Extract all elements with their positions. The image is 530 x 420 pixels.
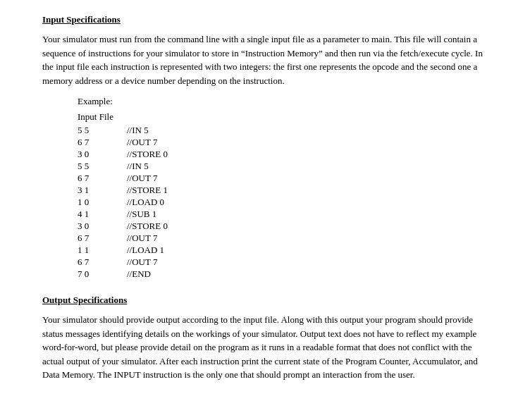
instruction-nums: 1 0 bbox=[78, 197, 127, 209]
instruction-comment: //END bbox=[127, 268, 168, 280]
instruction-comment: //SUB 1 bbox=[127, 209, 168, 221]
instruction-comment: //OUT 7 bbox=[127, 257, 168, 268]
table-row: 5 5//IN 5 bbox=[78, 125, 168, 137]
input-specifications-section: Input Specifications Your simulator must… bbox=[42, 14, 488, 280]
instruction-comment: //OUT 7 bbox=[127, 137, 168, 149]
instruction-nums: 5 5 bbox=[78, 161, 127, 173]
instruction-comment: //OUT 7 bbox=[127, 173, 168, 185]
table-row: 7 0//END bbox=[78, 268, 168, 280]
instruction-comment: //IN 5 bbox=[127, 161, 168, 173]
instruction-nums: 6 7 bbox=[78, 137, 127, 149]
instruction-comment: //OUT 7 bbox=[127, 233, 168, 245]
instruction-comment: //IN 5 bbox=[127, 125, 168, 137]
instruction-table: 5 5//IN 56 7//OUT 73 0//STORE 05 5//IN 5… bbox=[78, 125, 168, 280]
instruction-comment: //STORE 0 bbox=[127, 221, 168, 233]
output-specifications-section: Output Specifications Your simulator sho… bbox=[42, 295, 488, 382]
example-label: Example: bbox=[78, 96, 488, 107]
input-file-label: Input File bbox=[78, 111, 488, 123]
instruction-nums: 1 1 bbox=[78, 245, 127, 257]
instruction-comment: //LOAD 0 bbox=[127, 197, 168, 209]
instruction-nums: 6 7 bbox=[78, 173, 127, 185]
instruction-comment: //STORE 1 bbox=[127, 185, 168, 197]
table-row: 3 1//STORE 1 bbox=[78, 185, 168, 197]
output-specs-heading: Output Specifications bbox=[42, 295, 488, 306]
instruction-nums: 3 0 bbox=[78, 221, 127, 233]
table-row: 6 7//OUT 7 bbox=[78, 173, 168, 185]
instruction-nums: 4 1 bbox=[78, 209, 127, 221]
table-row: 1 0//LOAD 0 bbox=[78, 197, 168, 209]
input-specs-heading: Input Specifications bbox=[42, 14, 488, 25]
table-row: 1 1//LOAD 1 bbox=[78, 245, 168, 257]
instruction-nums: 7 0 bbox=[78, 268, 127, 280]
table-row: 6 7//OUT 7 bbox=[78, 137, 168, 149]
input-specs-paragraph: Your simulator must run from the command… bbox=[42, 32, 488, 87]
input-file-section: Input File 5 5//IN 56 7//OUT 73 0//STORE… bbox=[78, 111, 488, 280]
instruction-nums: 6 7 bbox=[78, 257, 127, 268]
table-row: 3 0//STORE 0 bbox=[78, 149, 168, 161]
instruction-nums: 3 0 bbox=[78, 149, 127, 161]
table-row: 4 1//SUB 1 bbox=[78, 209, 168, 221]
instruction-nums: 3 1 bbox=[78, 185, 127, 197]
output-specs-paragraph: Your simulator should provide output acc… bbox=[42, 313, 488, 382]
table-row: 6 7//OUT 7 bbox=[78, 257, 168, 268]
instruction-comment: //LOAD 1 bbox=[127, 245, 168, 257]
instruction-nums: 6 7 bbox=[78, 233, 127, 245]
table-row: 6 7//OUT 7 bbox=[78, 233, 168, 245]
instruction-nums: 5 5 bbox=[78, 125, 127, 137]
table-row: 3 0//STORE 0 bbox=[78, 221, 168, 233]
instruction-comment: //STORE 0 bbox=[127, 149, 168, 161]
table-row: 5 5//IN 5 bbox=[78, 161, 168, 173]
